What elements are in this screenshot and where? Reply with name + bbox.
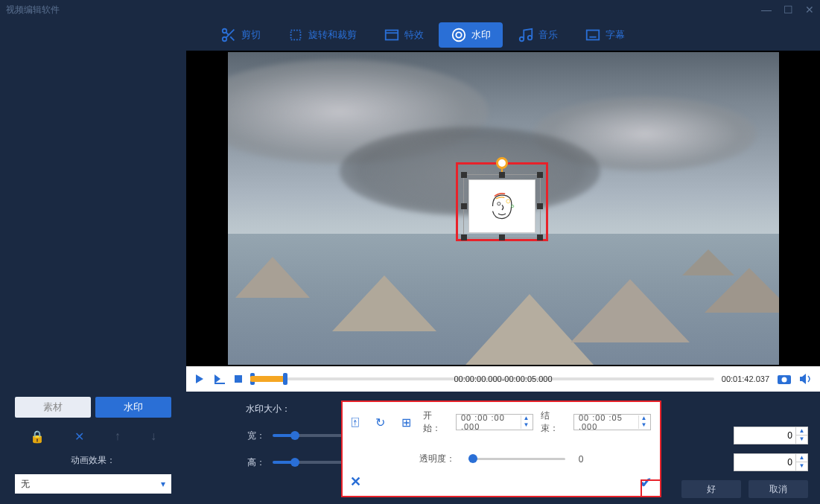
watermark-image <box>468 179 535 233</box>
resize-handle-s[interactable] <box>499 235 505 240</box>
svg-line-4 <box>226 32 229 35</box>
start-label: 开始： <box>423 409 448 435</box>
time-range-label: 00:00:00.000-00:00:05.000 <box>454 374 552 383</box>
preview-area <box>186 51 820 366</box>
ok-button[interactable]: 好 <box>681 480 741 498</box>
scissors-icon <box>220 27 237 43</box>
svg-point-11 <box>528 36 533 39</box>
tab-material[interactable]: 素材 <box>15 397 91 418</box>
svg-point-19 <box>782 377 787 383</box>
spin-up-icon[interactable]: ▲ <box>796 427 807 436</box>
svg-point-1 <box>223 37 227 42</box>
refresh-icon[interactable]: ↻ <box>375 415 385 430</box>
stop-icon <box>234 374 243 383</box>
svg-point-9 <box>456 32 461 37</box>
opacity-value: 0 <box>579 454 584 465</box>
effects-icon <box>384 27 400 43</box>
arrow-up-icon: ↑ <box>115 430 121 444</box>
maximize-button[interactable]: ☐ <box>784 4 793 16</box>
face-doodle-icon <box>483 188 521 225</box>
resize-handle-se[interactable] <box>537 235 543 240</box>
end-time-value: 00 :00 :05 .000 <box>579 413 637 431</box>
svg-point-8 <box>453 29 465 42</box>
resize-handle-sw[interactable] <box>461 235 467 240</box>
range-selection[interactable] <box>250 376 287 382</box>
close-button[interactable]: ✕ <box>805 4 814 16</box>
left-panel: 素材 水印 🔒 ✕ ↑ ↓ 动画效果： 无 ▾ <box>0 19 186 504</box>
tool-cut[interactable]: 剪切 <box>209 22 273 48</box>
music-icon <box>518 27 534 43</box>
volume-icon <box>799 373 813 385</box>
subtitle-icon <box>585 27 601 43</box>
lock-icon[interactable]: 🔒 <box>30 430 45 444</box>
playback-bar: 00:00:00.000-00:00:05.000 00:01:42.037 <box>186 366 820 392</box>
svg-rect-5 <box>291 31 301 40</box>
watermark-icon <box>451 27 467 43</box>
resize-handle-e[interactable] <box>537 203 543 209</box>
play-icon <box>194 373 206 385</box>
titlebar: 视频编辑软件 ― ☐ ✕ <box>0 0 820 19</box>
tool-watermark[interactable]: 水印 <box>439 22 503 48</box>
chevron-down-icon: ▾ <box>161 479 165 489</box>
time-range-popup: ⍐ ↻ ⊞ 开始： 00 :00 :00 .000 ▲▼ 结束： 00 :00 … <box>341 401 661 497</box>
volume-button[interactable] <box>799 373 813 385</box>
svg-point-14 <box>497 202 500 205</box>
height-spinner[interactable]: ▲▼ <box>734 453 808 471</box>
popup-cancel-icon[interactable]: ✕ <box>350 473 361 491</box>
confirm-highlight <box>641 479 661 497</box>
play-range-icon <box>213 373 226 385</box>
tool-effects[interactable]: 特效 <box>372 22 436 48</box>
app-title: 视频编辑软件 <box>6 4 60 16</box>
spin-down-icon[interactable]: ▼ <box>639 422 649 429</box>
height-input[interactable] <box>734 457 795 468</box>
svg-point-0 <box>223 29 227 34</box>
anim-effect-value: 无 <box>21 478 30 491</box>
anim-effect-dropdown[interactable]: 无 ▾ <box>15 474 171 494</box>
watermark-object[interactable] <box>463 174 541 238</box>
watermark-size-label: 水印大小： <box>246 403 290 415</box>
tool-music[interactable]: 音乐 <box>506 22 570 48</box>
spin-down-icon[interactable]: ▼ <box>796 436 807 444</box>
anim-effect-label: 动画效果： <box>0 454 186 467</box>
resize-handle-nw[interactable] <box>461 172 467 178</box>
svg-rect-12 <box>587 31 600 40</box>
opacity-slider[interactable] <box>468 458 565 460</box>
start-time-value: 00 :00 :00 .000 <box>461 413 519 431</box>
rotate-handle[interactable] <box>496 157 508 169</box>
play-range-button[interactable] <box>213 373 226 385</box>
opacity-label: 透明度： <box>419 453 455 465</box>
end-time-input[interactable]: 00 :00 :05 .000 ▲▼ <box>573 414 651 430</box>
grid-icon[interactable]: ⊞ <box>401 415 411 430</box>
cancel-button[interactable]: 取消 <box>749 480 808 498</box>
svg-point-10 <box>520 37 524 42</box>
arrow-down-icon: ↓ <box>150 430 156 444</box>
resize-handle-ne[interactable] <box>537 172 543 178</box>
delete-icon[interactable]: ✕ <box>74 430 84 444</box>
svg-point-15 <box>506 200 509 203</box>
tool-subtitle[interactable]: 字幕 <box>573 22 637 48</box>
marker-tool-icon[interactable]: ⍐ <box>352 415 359 430</box>
play-button[interactable] <box>194 373 206 385</box>
spin-down-icon[interactable]: ▼ <box>521 422 531 429</box>
stop-button[interactable] <box>234 374 243 383</box>
resize-handle-w[interactable] <box>461 203 467 209</box>
start-time-input[interactable]: 00 :00 :00 .000 ▲▼ <box>456 414 533 430</box>
range-end-marker[interactable] <box>283 373 287 385</box>
spin-down-icon[interactable]: ▼ <box>796 462 807 470</box>
minimize-button[interactable]: ― <box>761 4 772 16</box>
total-duration-label: 00:01:42.037 <box>722 374 769 383</box>
tool-rotate-crop[interactable]: 旋转和裁剪 <box>276 22 369 48</box>
svg-rect-6 <box>386 31 398 40</box>
resize-handle-n[interactable] <box>499 172 505 178</box>
width-input[interactable] <box>734 430 795 441</box>
spin-up-icon[interactable]: ▲ <box>796 454 807 462</box>
width-spinner[interactable]: ▲▼ <box>734 427 808 444</box>
svg-line-3 <box>230 36 234 40</box>
main-toolbar: 剪切 旋转和裁剪 特效 水印 音乐 字幕 <box>186 19 820 51</box>
video-preview[interactable] <box>228 52 779 365</box>
snapshot-button[interactable] <box>777 373 792 385</box>
height-label: 高： <box>228 456 265 469</box>
tab-watermark[interactable]: 水印 <box>95 397 171 418</box>
svg-rect-17 <box>235 375 242 383</box>
camera-icon <box>777 373 792 385</box>
